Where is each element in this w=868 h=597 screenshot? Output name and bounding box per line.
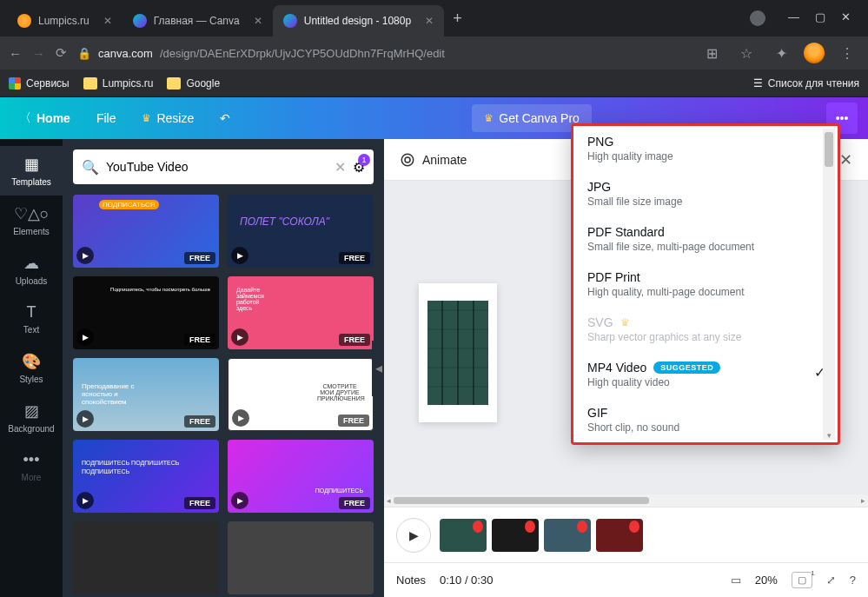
profile-avatar[interactable]: [804, 43, 825, 63]
bookmarks-bar: Сервисы Lumpics.ru Google ☰Список для чт…: [0, 70, 868, 97]
clear-icon[interactable]: ✕: [335, 159, 346, 176]
timeline: ▶: [384, 507, 868, 562]
minimize-icon[interactable]: —: [788, 10, 799, 26]
suggested-badge: SUGGESTED: [653, 362, 720, 374]
resize-button[interactable]: ♛Resize: [133, 106, 202, 130]
folder-icon: [83, 77, 97, 90]
template-card[interactable]: ПОЛЕТ "СОКОЛА"▶FREE: [228, 195, 374, 268]
close-tab-icon[interactable]: ✕: [425, 15, 434, 27]
extensions-icon[interactable]: ✦: [769, 41, 793, 65]
crown-icon: ♛: [142, 112, 151, 124]
bookmark-folder[interactable]: Lumpics.ru: [83, 77, 154, 90]
filetype-option-mp4[interactable]: MP4 VideoSUGGESTED High quality video ✓: [573, 352, 838, 397]
rail-more[interactable]: •••More: [0, 442, 63, 491]
rail-uploads[interactable]: ☁Uploads: [0, 245, 63, 295]
zoom-level[interactable]: 20%: [755, 574, 778, 587]
filetype-option-png[interactable]: PNG High quality image: [573, 126, 838, 171]
file-menu[interactable]: File: [88, 106, 125, 130]
styles-icon: 🎨: [22, 352, 41, 371]
guest-icon[interactable]: [750, 10, 765, 26]
crown-icon: ♛: [484, 112, 494, 124]
view-mode-icon[interactable]: ▭: [731, 574, 741, 587]
background-icon: ▨: [24, 401, 39, 421]
fullscreen-icon[interactable]: ⤢: [826, 574, 836, 587]
template-card[interactable]: [73, 521, 219, 594]
filetype-option-gif[interactable]: GIF Short clip, no sound: [573, 397, 838, 442]
home-button[interactable]: 〈Home: [10, 105, 79, 131]
animate-icon: [400, 152, 415, 168]
browser-tab-active[interactable]: Untitled design - 1080p ✕: [273, 5, 444, 36]
url-field[interactable]: 🔒 canva.com/design/DAEnErXDrpk/UjvJCYP5O…: [77, 47, 689, 60]
bookmark-star-icon[interactable]: ☆: [734, 41, 759, 65]
close-panel-button[interactable]: ✕: [839, 150, 852, 169]
design-page[interactable]: [419, 283, 497, 422]
close-tab-icon[interactable]: ✕: [254, 15, 262, 27]
file-type-dropdown[interactable]: PNG High quality image JPG Small file si…: [571, 123, 840, 445]
template-card[interactable]: ПОДПИШИТЕСЬ▶FREE: [228, 440, 374, 513]
browser-tab[interactable]: Главная — Canva ✕: [123, 5, 273, 36]
balloon-icon: [473, 521, 483, 533]
filter-button[interactable]: ⚙: [353, 159, 365, 176]
dropdown-scrollbar[interactable]: ▴ ▾: [823, 129, 835, 440]
timeline-frame[interactable]: [544, 519, 591, 552]
new-tab-button[interactable]: +: [444, 10, 471, 28]
apps-icon: [9, 77, 21, 90]
template-card[interactable]: Подпишитесь, чтобы посмотреть больше▶FRE…: [73, 276, 219, 349]
template-card[interactable]: Давайте займемся работой здесь▶FREE: [228, 276, 374, 349]
rail-styles[interactable]: 🎨Styles: [0, 343, 63, 393]
forward-button[interactable]: →: [32, 46, 45, 61]
rail-elements[interactable]: ♡△○Elements: [0, 196, 63, 245]
search-input[interactable]: [106, 160, 328, 174]
rail-background[interactable]: ▨Background: [0, 393, 63, 442]
filetype-option-pdf-standard[interactable]: PDF Standard Small file size, multi-page…: [573, 216, 838, 262]
horizontal-scrollbar[interactable]: ◂▸: [384, 494, 868, 507]
template-card[interactable]: [228, 521, 374, 594]
scrollbar-thumb[interactable]: [825, 132, 833, 167]
rail-text[interactable]: TText: [0, 295, 63, 343]
translate-icon[interactable]: ⊞: [699, 41, 724, 65]
timeline-frame[interactable]: [492, 519, 539, 552]
browser-tab[interactable]: Lumpics.ru ✕: [7, 5, 123, 36]
bookmark-folder[interactable]: Google: [167, 77, 220, 90]
maximize-icon[interactable]: ▢: [815, 10, 825, 26]
undo-icon: ↶: [220, 111, 230, 125]
undo-button[interactable]: ↶: [211, 106, 239, 130]
svg-point-0: [401, 154, 414, 166]
close-tab-icon[interactable]: ✕: [103, 15, 112, 27]
templates-panel: 🔍 ✕ ⚙ ПОДПИСАТЬСЯ▶FREE ПОЛЕТ "СОКОЛА"▶FR…: [63, 139, 384, 597]
template-card[interactable]: ПОДПИШИТЕСЬ ПОДПИШИТЕСЬ ПОДПИШИТЕСЬ▶FREE: [73, 440, 219, 513]
notes-button[interactable]: Notes: [396, 574, 426, 587]
menu-icon[interactable]: ⋮: [835, 41, 859, 65]
address-bar: ← → ⟳ 🔒 canva.com/design/DAEnErXDrpk/Ujv…: [0, 36, 868, 70]
balloon-icon: [629, 521, 639, 533]
reload-button[interactable]: ⟳: [56, 45, 67, 61]
browser-titlebar: Lumpics.ru ✕ Главная — Canva ✕ Untitled …: [0, 0, 868, 36]
timeline-frame[interactable]: [440, 519, 487, 552]
filetype-option-pdf-print[interactable]: PDF Print High quality, multi-page docum…: [573, 262, 838, 307]
collapse-panel-handle[interactable]: ◂: [372, 341, 384, 396]
template-card[interactable]: Преподавание с ясностью и спокойствием▶F…: [73, 358, 219, 431]
list-icon: ☰: [753, 77, 763, 90]
svg-point-1: [405, 157, 410, 163]
animate-button[interactable]: Animate: [400, 152, 467, 168]
play-button[interactable]: ▶: [396, 518, 431, 553]
template-card[interactable]: СМОТРИТЕ МОИ ДРУГИЕ ПРИКЛЮЧЕНИЯ▶FREE: [228, 358, 374, 431]
page-count-button[interactable]: ▢: [792, 572, 812, 588]
filetype-option-svg[interactable]: SVG♛ Sharp vector graphics at any size: [573, 307, 838, 352]
close-window-icon[interactable]: ✕: [841, 10, 851, 26]
play-icon: ▶: [231, 492, 248, 509]
rail-templates[interactable]: ▦Templates: [0, 146, 63, 196]
reading-list-button[interactable]: ☰Список для чтения: [753, 77, 859, 90]
play-icon: ▶: [76, 328, 94, 346]
elements-icon: ♡△○: [14, 204, 50, 223]
back-button[interactable]: ←: [9, 46, 22, 61]
filetype-option-jpg[interactable]: JPG Small file size image: [573, 171, 838, 216]
help-icon[interactable]: ?: [850, 574, 856, 587]
play-icon: ▶: [231, 328, 248, 346]
timeline-frames: [440, 519, 643, 552]
timeline-frame[interactable]: [596, 519, 643, 552]
apps-shortcut[interactable]: Сервисы: [9, 77, 70, 90]
template-card[interactable]: ПОДПИСАТЬСЯ▶FREE: [73, 195, 219, 268]
video-element[interactable]: [427, 301, 488, 405]
template-search[interactable]: 🔍 ✕ ⚙: [73, 149, 374, 184]
